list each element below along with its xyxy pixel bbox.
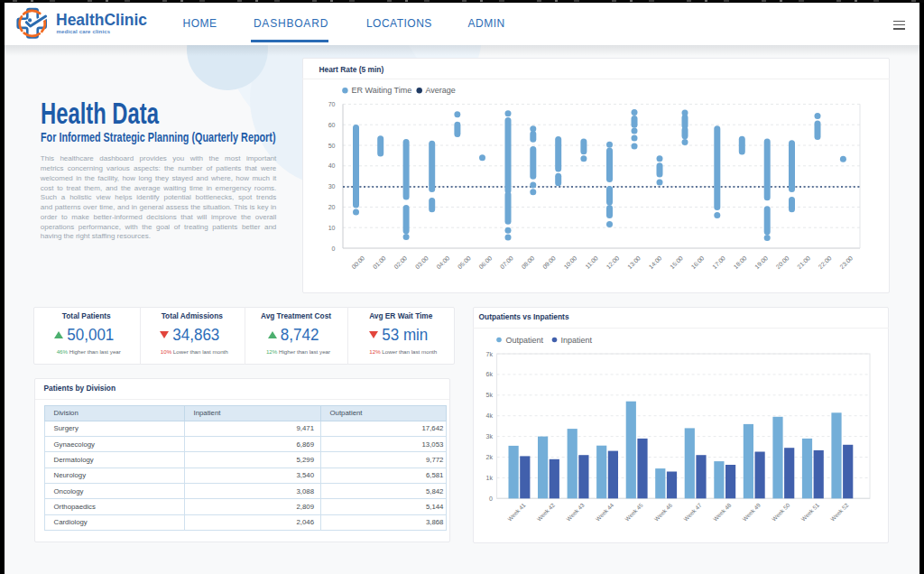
svg-text:3k: 3k (486, 433, 494, 440)
svg-text:08:00: 08:00 (520, 255, 535, 270)
svg-text:20:00: 20:00 (775, 255, 790, 270)
svg-text:Week 51: Week 51 (799, 502, 820, 523)
svg-text:09:00: 09:00 (541, 255, 557, 270)
svg-text:17:00: 17:00 (711, 255, 726, 270)
svg-text:Week 41: Week 41 (506, 502, 527, 523)
svg-text:01:00: 01:00 (372, 255, 387, 270)
svg-text:Week 45: Week 45 (624, 502, 644, 523)
svg-text:02:00: 02:00 (393, 255, 408, 270)
svg-text:Week 50: Week 50 (771, 502, 791, 523)
svg-text:13:00: 13:00 (626, 255, 642, 270)
svg-text:Week 52: Week 52 (829, 502, 850, 523)
svg-text:0: 0 (332, 245, 336, 252)
svg-text:03:00: 03:00 (414, 255, 430, 270)
svg-text:Week 43: Week 43 (565, 502, 586, 523)
svg-text:10: 10 (328, 225, 336, 231)
svg-text:00:00: 00:00 (350, 255, 365, 270)
svg-text:30: 30 (328, 183, 336, 190)
svg-text:14:00: 14:00 (648, 255, 663, 270)
svg-text:19:00: 19:00 (753, 255, 769, 270)
svg-text:Week 42: Week 42 (535, 502, 556, 523)
svg-text:70: 70 (328, 101, 336, 107)
svg-text:40: 40 (328, 162, 336, 169)
svg-text:Week 44: Week 44 (595, 502, 615, 523)
svg-text:18:00: 18:00 (733, 255, 748, 270)
svg-text:Average: Average (426, 86, 456, 95)
svg-text:ER Waiting Time: ER Waiting Time (352, 86, 412, 95)
svg-text:21:00: 21:00 (796, 255, 811, 270)
svg-text:11:00: 11:00 (584, 255, 599, 270)
svg-text:12:00: 12:00 (605, 255, 620, 270)
svg-text:Outpatient: Outpatient (506, 336, 544, 345)
svg-text:2k: 2k (486, 454, 494, 460)
svg-text:0: 0 (489, 495, 493, 502)
svg-text:Week 49: Week 49 (741, 502, 762, 523)
svg-text:15:00: 15:00 (669, 255, 684, 270)
svg-text:5k: 5k (486, 392, 494, 398)
svg-text:Inpatient: Inpatient (561, 336, 593, 345)
svg-text:22:00: 22:00 (818, 255, 833, 270)
svg-text:7k: 7k (486, 351, 494, 357)
svg-text:07:00: 07:00 (499, 255, 514, 270)
svg-text:1k: 1k (486, 475, 494, 481)
svg-text:23:00: 23:00 (838, 255, 854, 270)
svg-text:05:00: 05:00 (457, 255, 472, 270)
svg-text:16:00: 16:00 (690, 255, 706, 270)
svg-text:Week 48: Week 48 (712, 502, 733, 523)
svg-text:04:00: 04:00 (435, 255, 450, 270)
svg-text:6k: 6k (486, 371, 494, 377)
svg-text:60: 60 (328, 122, 336, 128)
svg-text:Week 46: Week 46 (653, 502, 674, 523)
svg-text:20: 20 (328, 204, 336, 210)
svg-text:Week 47: Week 47 (682, 502, 703, 523)
svg-text:10:00: 10:00 (562, 255, 578, 270)
svg-text:06:00: 06:00 (477, 255, 493, 270)
svg-text:4k: 4k (486, 412, 494, 419)
svg-text:50: 50 (328, 143, 336, 149)
